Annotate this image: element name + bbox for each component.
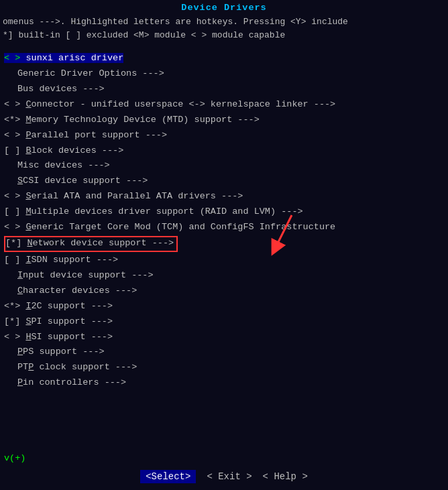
list-item[interactable]: < > sunxi arisc driver (0, 51, 448, 66)
select-dot (9, 53, 15, 63)
item-label: [ ] Block devices ---> (4, 145, 123, 156)
menu-area: < > sunxi arisc driver Generic Driver Op… (0, 48, 448, 450)
item-label: <*> I2C support ---> (4, 301, 113, 311)
item-label: Input device support ---> (17, 270, 154, 280)
item-label: [ ] Multiple devices driver support (RAI… (4, 206, 303, 217)
item-label: [ ] ISDN support ---> (4, 255, 118, 265)
item-label: Misc devices ---> (17, 160, 110, 170)
item-label: Bus devices ---> (17, 84, 105, 94)
screen: Device Drivers omenus --->. Highlighted … (0, 0, 448, 490)
list-item[interactable]: <*> Memory Technology Device (MTD) suppo… (0, 113, 448, 128)
title-text: Device Drivers (181, 3, 266, 13)
bottom-label: v(+) (4, 453, 25, 463)
list-item[interactable]: SCSI device support ---> (0, 174, 448, 189)
list-item[interactable]: Input device support ---> (0, 268, 448, 284)
list-item[interactable]: Misc devices ---> (0, 158, 448, 174)
list-item[interactable]: PPS support ---> (0, 345, 448, 360)
bottom-bar: v(+) (0, 450, 448, 465)
list-item[interactable]: [ ] ISDN support ---> (0, 253, 448, 268)
select-bracket-left: < (4, 53, 9, 63)
list-item[interactable]: [*] SPI support ---> (0, 314, 448, 330)
title-bar: Device Drivers (0, 0, 448, 14)
item-label: < > Serial ATA and Parallel ATA drivers … (4, 191, 243, 201)
item-label: Generic Driver Options ---> (17, 68, 164, 78)
subtitle-line1: omenus --->. Highlighted letters are hot… (3, 15, 445, 29)
list-item[interactable]: Generic Driver Options ---> (0, 66, 448, 82)
network-device-support-item[interactable]: [*] Network device support ---> (0, 235, 448, 253)
item-label: < > HSI support ---> (4, 332, 113, 342)
list-item[interactable]: [ ] Block devices ---> (0, 143, 448, 159)
list-item[interactable]: <*> I2C support ---> (0, 299, 448, 314)
item-label: <*> Memory Technology Device (MTD) suppo… (4, 115, 260, 125)
list-item[interactable]: PTP clock support ---> (0, 360, 448, 375)
list-item[interactable]: Pin controllers ---> (0, 375, 448, 391)
list-item[interactable]: Bus devices ---> (0, 82, 448, 97)
item-label: < > Parallel port support ---> (4, 130, 167, 140)
network-box: [*] Network device support ---> (4, 236, 178, 252)
item-label: Pin controllers ---> (17, 377, 126, 387)
list-item[interactable]: < > Parallel port support ---> (0, 128, 448, 143)
exit-button[interactable]: < Exit > (207, 471, 251, 482)
red-arrow-icon (262, 212, 302, 259)
footer: <Select> < Exit > < Help > (0, 465, 448, 490)
select-button[interactable]: <Select> (140, 470, 196, 483)
list-item[interactable]: < > HSI support ---> (0, 330, 448, 345)
item-label: PPS support ---> (17, 347, 105, 357)
list-item[interactable]: < > Connector - unified userspace <-> ke… (0, 97, 448, 113)
subtitle-line2: *] built-in [ ] excluded <M> module < > … (3, 29, 445, 42)
item-label: < > Connector - unified userspace <-> ke… (4, 99, 335, 109)
item-label: [*] SPI support ---> (4, 316, 113, 326)
svg-line-1 (275, 215, 292, 249)
subtitle: omenus --->. Highlighted letters are hot… (0, 14, 448, 43)
list-item[interactable]: < > Generic Target Core Mod (TCM) and Co… (0, 220, 448, 235)
item-label: SCSI device support ---> (17, 176, 148, 186)
help-button[interactable]: < Help > (263, 471, 308, 482)
item-label: sunxi arisc driver (25, 53, 123, 63)
item-label: Character devices ---> (17, 286, 137, 296)
list-item[interactable]: [ ] Multiple devices driver support (RAI… (0, 204, 448, 220)
item-label: PTP clock support ---> (17, 362, 137, 372)
list-item[interactable]: < > Serial ATA and Parallel ATA drivers … (0, 189, 448, 204)
list-item[interactable]: Character devices ---> (0, 284, 448, 299)
